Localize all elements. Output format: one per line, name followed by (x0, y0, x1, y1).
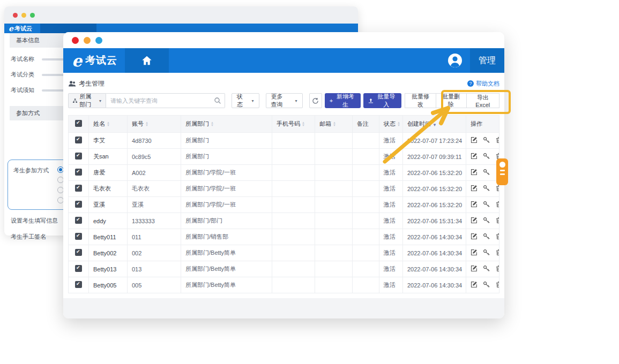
edit-icon[interactable] (471, 217, 478, 225)
cell-name: 毛衣衣 (89, 181, 128, 197)
cell-email (315, 165, 353, 181)
cell-account: 亚溪 (128, 197, 181, 213)
column-header[interactable]: 操作 (466, 116, 499, 133)
delete-icon[interactable] (495, 136, 499, 145)
sort-icon[interactable] (107, 122, 110, 127)
column-header[interactable]: 备注 (353, 116, 379, 133)
row-checkbox[interactable] (75, 153, 82, 160)
edit-icon[interactable] (471, 185, 478, 193)
support-float-tab[interactable] (496, 158, 508, 185)
cell-department: 所属部门 (181, 133, 272, 149)
cell-department: 所属部门 (181, 149, 272, 165)
key-icon[interactable] (483, 185, 490, 193)
minimize-icon[interactable] (84, 37, 91, 44)
admin-menu[interactable]: 管理 (470, 48, 504, 73)
sort-icon[interactable] (145, 122, 148, 127)
cell-department: 所属部门/Betty简单 (181, 277, 272, 293)
search-icon[interactable] (214, 97, 221, 104)
delete-icon[interactable] (495, 281, 499, 289)
sort-icon[interactable] (432, 123, 437, 127)
table-row[interactable]: 李艾 4d8730 所属部门 激活 2022-07-07 17:23:24 (69, 133, 499, 149)
sort-icon[interactable] (302, 122, 305, 127)
edit-icon[interactable] (471, 153, 478, 161)
home-tab[interactable] (125, 48, 169, 73)
edit-icon[interactable] (471, 136, 478, 145)
column-header[interactable]: 手机号码 (272, 116, 315, 133)
edit-icon[interactable] (471, 265, 478, 273)
help-doc-link[interactable]: ? 帮助文档 (467, 80, 499, 88)
column-header[interactable]: 姓名 (89, 116, 128, 133)
row-checkbox[interactable] (75, 201, 82, 208)
row-checkbox[interactable] (75, 136, 82, 143)
table-row[interactable]: 亚溪 亚溪 所属部门/学院/一班 激活 2022-07-06 15:32:20 (69, 197, 499, 213)
table-row[interactable]: Betty013 013 所属部门/Betty简单 激活 2022-07-06 … (69, 261, 499, 277)
key-icon[interactable] (483, 249, 490, 257)
user-avatar-icon[interactable] (448, 53, 463, 68)
edit-icon[interactable] (471, 281, 478, 289)
column-header[interactable]: 邮箱 (315, 116, 353, 133)
edit-icon[interactable] (471, 169, 478, 177)
cell-department: 所属部门/学院/一班 (181, 197, 272, 213)
row-checkbox[interactable] (75, 265, 82, 272)
minimize-icon[interactable] (21, 13, 26, 18)
key-icon[interactable] (483, 281, 490, 289)
column-header[interactable]: 所属部门 (181, 116, 272, 133)
batch-edit-button[interactable]: 批量修改 (405, 93, 436, 108)
sort-icon[interactable] (211, 122, 214, 127)
column-header[interactable]: 账号 (128, 116, 181, 133)
maximize-icon[interactable] (30, 13, 35, 18)
table-row[interactable]: 毛衣衣 毛衣衣 所属部门/学院/一班 激活 2022-07-06 15:32:2… (69, 181, 499, 197)
edit-icon[interactable] (471, 233, 478, 241)
maximize-icon[interactable] (95, 37, 102, 44)
edit-icon[interactable] (471, 201, 478, 209)
key-icon[interactable] (483, 136, 490, 145)
batch-delete-button[interactable]: 批量删除 (436, 93, 467, 108)
table-row[interactable]: eddy 1333333 所属部门/部门 激活 2022-07-06 15:31… (69, 213, 499, 229)
table-row[interactable]: Betty011 011 所属部门/销售部 激活 2022-07-06 14:3… (69, 229, 499, 245)
key-icon[interactable] (483, 153, 490, 161)
row-checkbox[interactable] (75, 217, 82, 224)
department-filter-button[interactable]: 所属部门 ▾ (68, 93, 106, 108)
sidebar-item-fill-info[interactable]: 设置考生填写信息 (11, 217, 58, 225)
delete-icon[interactable] (495, 185, 499, 193)
sort-icon[interactable] (397, 122, 400, 127)
export-excel-button[interactable]: 导出Excel (467, 93, 499, 108)
table-row[interactable]: 关san 0c89c5 所属部门 激活 2022-07-07 09:39:11 (69, 149, 499, 165)
more-query-button[interactable]: 更多查询 ▾ (266, 93, 303, 108)
join-method-box: 考生参加方式 (8, 160, 69, 210)
table-row[interactable]: Betty005 005 所属部门/Betty简单 激活 2022-07-06 … (69, 277, 499, 293)
delete-icon[interactable] (495, 265, 499, 273)
table-row[interactable]: Betty002 002 所属部门/Betty简单 激活 2022-07-06 … (69, 245, 499, 261)
edit-icon[interactable] (471, 249, 478, 257)
delete-icon[interactable] (495, 201, 499, 209)
close-icon[interactable] (72, 37, 79, 44)
row-checkbox[interactable] (75, 249, 82, 256)
column-header[interactable]: 状态 (379, 116, 403, 133)
table-row[interactable]: 唐爱 A002 所属部门/学院/一班 激活 2022-07-06 15:32:2… (69, 165, 499, 181)
key-icon[interactable] (483, 265, 490, 273)
column-header[interactable]: 创建时间 (403, 116, 466, 133)
batch-import-button[interactable]: 批量导入 (363, 93, 401, 108)
delete-icon[interactable] (495, 249, 499, 257)
key-icon[interactable] (483, 201, 490, 209)
status-select[interactable]: 状态 ▾ (232, 93, 259, 108)
row-checkbox[interactable] (75, 169, 82, 176)
refresh-button[interactable] (309, 93, 322, 108)
sidebar-item-signature[interactable]: 考生手工签名 (11, 233, 46, 241)
select-all-checkbox[interactable] (75, 120, 82, 127)
row-checkbox[interactable] (75, 281, 82, 288)
chevron-down-icon: ▾ (252, 98, 254, 103)
key-icon[interactable] (483, 217, 490, 225)
key-icon[interactable] (483, 233, 490, 241)
close-icon[interactable] (13, 13, 18, 18)
sort-icon[interactable] (333, 122, 336, 127)
select-all-cell[interactable] (69, 116, 89, 133)
cell-email (315, 197, 353, 213)
delete-icon[interactable] (495, 233, 499, 241)
row-checkbox[interactable] (75, 185, 82, 192)
add-candidate-button[interactable]: + 新增考生 (325, 93, 361, 108)
row-checkbox[interactable] (75, 233, 82, 240)
key-icon[interactable] (483, 169, 490, 177)
search-input[interactable] (106, 93, 225, 108)
delete-icon[interactable] (495, 217, 499, 225)
